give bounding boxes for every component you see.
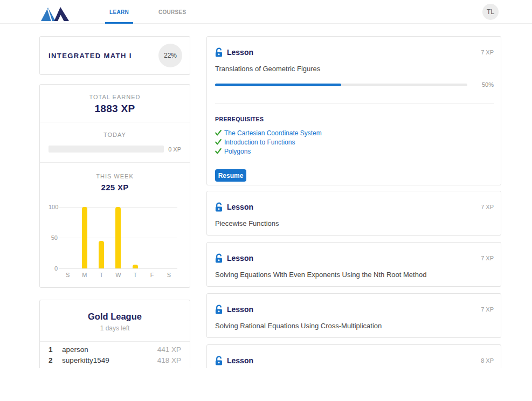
lesson-card[interactable]: Lesson 7 XP Piecewise Functions xyxy=(206,191,501,236)
league-row: 2 superkitty1549 418 XP xyxy=(49,355,181,365)
xp-stats-card: TOTAL EARNED 1883 XP TODAY 0 XP THIS WEE… xyxy=(39,84,190,288)
prereq-link[interactable]: Introduction to Functions xyxy=(224,139,295,146)
today-label: TODAY xyxy=(49,132,181,138)
lesson-type-label: Lesson xyxy=(227,305,253,314)
lesson-card[interactable]: Lesson 7 XP Solving Rational Equations U… xyxy=(206,293,501,338)
total-earned-value: 1883 XP xyxy=(49,103,181,115)
x-label-thu: T xyxy=(127,272,143,278)
unlock-icon xyxy=(215,253,223,263)
week-label: THIS WEEK xyxy=(49,173,181,179)
lesson-card-current[interactable]: Lesson 7 XP Translations of Geometric Fi… xyxy=(206,36,501,185)
x-label-mon: M xyxy=(76,272,93,278)
prereq-item[interactable]: The Cartesian Coordinate System xyxy=(215,128,494,137)
x-label-wed: W xyxy=(110,272,127,278)
sidebar-column: INTEGRATED MATH I 22% TOTAL EARNED 1883 … xyxy=(39,36,190,368)
unlock-icon xyxy=(215,47,223,57)
lesson-xp-badge: 7 XP xyxy=(481,306,494,313)
week-section: THIS WEEK 225 XP 100 50 0 xyxy=(40,163,190,287)
league-days-left: 1 days left xyxy=(49,324,181,332)
x-label-sat: S xyxy=(161,272,177,278)
bar-wed xyxy=(115,207,121,268)
x-label-tue: T xyxy=(93,272,110,278)
league-rank: 2 xyxy=(49,356,62,364)
league-name: aperson xyxy=(62,345,157,354)
lesson-xp-badge: 7 XP xyxy=(481,49,494,56)
unlock-icon xyxy=(215,356,223,365)
check-icon xyxy=(215,139,224,145)
weekly-xp-chart: 100 50 0 xyxy=(49,207,181,278)
lesson-title: Solving Equations With Even Exponents Us… xyxy=(215,271,494,279)
course-progress-value: 22% xyxy=(164,52,177,59)
unlock-icon xyxy=(215,305,223,314)
tab-courses[interactable]: COURSES xyxy=(154,0,191,24)
today-xp-value: 0 XP xyxy=(168,146,181,153)
avatar[interactable]: TL xyxy=(482,4,499,20)
lesson-type-label: Lesson xyxy=(227,48,253,57)
league-rank: 3 xyxy=(49,367,62,369)
league-row: 3 343 XP xyxy=(49,365,181,368)
league-card: Gold League 1 days left 1 aperson 441 XP… xyxy=(39,300,190,368)
course-card[interactable]: INTEGRATED MATH I 22% xyxy=(39,36,190,75)
y-axis-label-50: 50 xyxy=(49,234,58,241)
check-icon xyxy=(215,148,224,154)
top-nav: LEARN COURSES TL xyxy=(0,0,532,24)
lesson-xp-badge: 7 XP xyxy=(481,204,494,210)
lesson-progress-bar xyxy=(215,84,467,86)
total-earned-section: TOTAL EARNED 1883 XP xyxy=(40,85,190,122)
resume-button[interactable]: Resume xyxy=(215,169,246,182)
bar-mon xyxy=(82,207,87,268)
lesson-card[interactable]: Lesson 8 XP xyxy=(206,344,501,368)
today-section: TODAY 0 XP xyxy=(40,122,190,163)
league-xp: 343 XP xyxy=(157,367,181,369)
course-progress-circle: 22% xyxy=(158,44,182,67)
league-xp: 418 XP xyxy=(157,356,181,364)
prereq-link[interactable]: Polygons xyxy=(224,148,251,155)
league-name: superkitty1549 xyxy=(62,356,157,364)
today-progress-bar xyxy=(49,146,164,153)
lesson-xp-badge: 7 XP xyxy=(481,255,494,261)
league-row: 1 aperson 441 XP xyxy=(49,344,181,355)
league-header: Gold League 1 days left xyxy=(40,300,190,342)
lesson-type-label: Lesson xyxy=(227,356,253,365)
lesson-progress-value: 50% xyxy=(467,81,494,88)
y-axis-label-100: 100 xyxy=(49,204,58,210)
total-earned-label: TOTAL EARNED xyxy=(49,94,181,100)
math-academy-logo[interactable] xyxy=(41,5,71,23)
league-rank: 1 xyxy=(49,345,62,354)
x-label-fri: F xyxy=(143,272,160,278)
app-viewport: LEARN COURSES TL INTEGRATED MATH I 22% T… xyxy=(0,0,532,368)
check-icon xyxy=(215,130,224,136)
lesson-xp-badge: 8 XP xyxy=(481,357,494,364)
week-xp-value: 225 XP xyxy=(49,183,181,192)
lesson-title: Translations of Geometric Figures xyxy=(215,65,494,73)
bar-thu xyxy=(133,265,138,268)
prereq-item[interactable]: Introduction to Functions xyxy=(215,137,494,147)
league-xp: 441 XP xyxy=(157,345,181,354)
unlock-icon xyxy=(215,202,223,212)
y-axis-label-0: 0 xyxy=(49,265,58,272)
prerequisites-label: PREREQUISITES xyxy=(215,116,494,122)
x-label-sun: S xyxy=(59,272,76,278)
league-title: Gold League xyxy=(49,312,181,322)
course-name: INTEGRATED MATH I xyxy=(49,52,132,60)
tab-learn[interactable]: LEARN xyxy=(105,0,133,24)
lesson-type-label: Lesson xyxy=(227,203,253,211)
lessons-column: Lesson 7 XP Translations of Geometric Fi… xyxy=(206,36,501,368)
lesson-title: Piecewise Functions xyxy=(215,219,494,227)
lesson-type-label: Lesson xyxy=(227,254,253,262)
nav-tabs: LEARN COURSES xyxy=(105,0,212,24)
prereq-link[interactable]: The Cartesian Coordinate System xyxy=(224,129,322,137)
lesson-card[interactable]: Lesson 7 XP Solving Equations With Even … xyxy=(206,242,501,287)
lesson-title: Solving Rational Equations Using Cross-M… xyxy=(215,322,494,330)
bar-tue xyxy=(99,241,104,268)
prereq-item[interactable]: Polygons xyxy=(215,147,494,156)
